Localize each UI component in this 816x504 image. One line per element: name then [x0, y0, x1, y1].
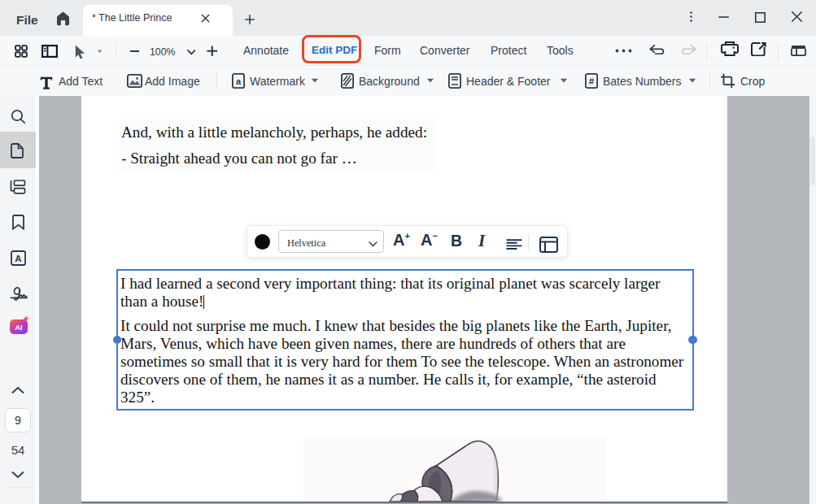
svg-text:A: A — [15, 254, 21, 263]
svg-text:a: a — [236, 76, 242, 86]
svg-text:#: # — [589, 76, 595, 86]
svg-text:AI: AI — [15, 323, 23, 332]
